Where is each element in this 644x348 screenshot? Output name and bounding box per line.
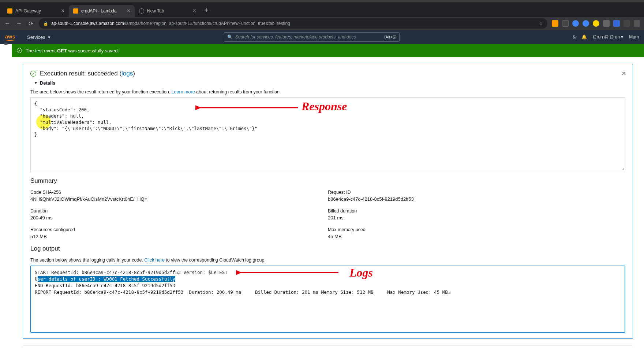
resize-handle-icon[interactable]: ◢	[622, 166, 624, 171]
ext-icon[interactable]	[572, 20, 579, 27]
annotation-arrow	[236, 268, 338, 277]
response-body-block[interactable]: { "statusCode": 200, "headers": null, "m…	[30, 97, 625, 172]
extension-icons	[552, 20, 640, 27]
resources-label: Resources configured	[30, 227, 328, 232]
browser-tab-newtab[interactable]: New Tab ×	[135, 5, 201, 17]
aws-header: aws Services ▾ 🔍 Search for services, fe…	[0, 30, 644, 44]
request-id-value: b86e4ca9-c47c-4218-8c5f-9219d5d2ff53	[328, 196, 625, 202]
test-event-card: Test event Delete Format Save changes Te…	[23, 345, 633, 348]
duration-label: Duration	[30, 208, 328, 214]
account-menu[interactable]: t2run @ t2run ▾	[593, 34, 623, 40]
success-banner: ✓ The test event GET was successfully sa…	[12, 44, 644, 57]
region-menu[interactable]: Mum	[629, 34, 639, 40]
url-text: ap-south-1.console.aws.amazon.com/lambda…	[51, 21, 290, 26]
ext-icon[interactable]	[634, 20, 640, 27]
execution-result-card: × ✓ Execution result: succeeded (logs) ▼…	[23, 64, 633, 339]
ext-icon[interactable]	[603, 20, 610, 27]
annotation-logs: Logs	[349, 264, 373, 281]
tab-label: New Tab	[147, 8, 164, 14]
close-icon[interactable]: ×	[193, 8, 196, 14]
back-icon[interactable]: ←	[4, 20, 11, 27]
side-panel-toggle[interactable]: ≡	[1, 40, 10, 47]
services-menu[interactable]: Services ▾	[27, 34, 50, 40]
annotation-response: Response	[302, 99, 347, 114]
close-icon[interactable]: ×	[127, 8, 130, 14]
result-header: ✓ Execution result: succeeded (logs)	[30, 70, 625, 77]
ext-icon[interactable]	[624, 20, 630, 27]
billed-duration-value: 201 ms	[328, 215, 625, 221]
log-description: The section below shows the logging call…	[30, 258, 625, 263]
click-here-link[interactable]: Click here	[144, 258, 165, 263]
resources-value: 512 MB	[30, 234, 328, 239]
max-memory-label: Max memory used	[328, 227, 625, 232]
banner-text: The test event GET was successfully save…	[26, 48, 119, 53]
browser-tab-bar: API Gateway × crudAPI - Lambda × New Tab…	[0, 2, 644, 17]
ext-icon[interactable]	[613, 20, 620, 27]
log-output-block[interactable]: START RequestId: b86e4ca9-c47c-4218-8c5f…	[30, 266, 625, 333]
request-id-label: Request ID	[328, 190, 625, 195]
ext-icon[interactable]	[583, 20, 589, 27]
result-title: Execution result: succeeded (logs)	[40, 70, 135, 77]
browser-tab-lambda[interactable]: crudAPI - Lambda ×	[69, 5, 135, 17]
lock-icon: 🔒	[43, 21, 48, 26]
duration-value: 200.49 ms	[30, 215, 328, 221]
tab-label: API Gateway	[15, 8, 41, 14]
resize-handle-icon[interactable]: ◢	[448, 289, 451, 295]
caret-down-icon: ▼	[34, 81, 38, 85]
success-check-icon: ✓	[30, 71, 36, 77]
code-sha-label: Code SHA-256	[30, 190, 328, 195]
success-check-icon: ✓	[17, 48, 22, 53]
summary-grid: Code SHA-256 4NH9QhkVJ2IOWlmqPf/kAuOisMn…	[30, 190, 625, 239]
new-tab-button[interactable]: +	[201, 6, 212, 15]
annotation-arrow	[195, 102, 298, 113]
reload-icon[interactable]: ⟳	[27, 20, 34, 27]
result-description: The area below shows the result returned…	[30, 89, 625, 95]
search-input[interactable]: 🔍 Search for services, features, marketp…	[224, 32, 400, 42]
url-bar[interactable]: 🔒 ap-south-1.console.aws.amazon.com/lamb…	[39, 18, 547, 29]
cloudshell-icon[interactable]: ⎘	[573, 34, 576, 40]
forward-icon[interactable]: →	[15, 20, 23, 27]
ext-icon[interactable]	[562, 20, 569, 27]
tab-label: crudAPI - Lambda	[81, 8, 117, 14]
max-memory-value: 45 MB	[328, 234, 625, 239]
code-sha-value: 4NH9QhkVJ2IOWlmqPf/kAuOisMn2VvstcKrt0hE/…	[30, 196, 328, 202]
browser-toolbar: ← → ⟳ 🔒 ap-south-1.console.aws.amazon.co…	[0, 17, 644, 30]
close-icon[interactable]: ×	[61, 8, 64, 14]
summary-heading: Summary	[30, 177, 625, 185]
star-icon[interactable]: ☆	[539, 21, 543, 26]
ext-icon[interactable]	[552, 20, 558, 27]
close-icon[interactable]: ×	[622, 69, 626, 78]
browser-tab-api-gateway[interactable]: API Gateway ×	[3, 5, 69, 17]
details-toggle[interactable]: ▼ Details	[34, 80, 625, 86]
search-icon: 🔍	[227, 34, 233, 40]
learn-more-link[interactable]: Learn more	[172, 89, 195, 95]
ext-icon[interactable]	[593, 20, 599, 27]
logs-link[interactable]: logs	[121, 70, 133, 77]
log-output-heading: Log output	[30, 245, 625, 252]
notifications-icon[interactable]: 🔔	[581, 34, 587, 40]
billed-duration-label: Billed duration	[328, 208, 625, 214]
